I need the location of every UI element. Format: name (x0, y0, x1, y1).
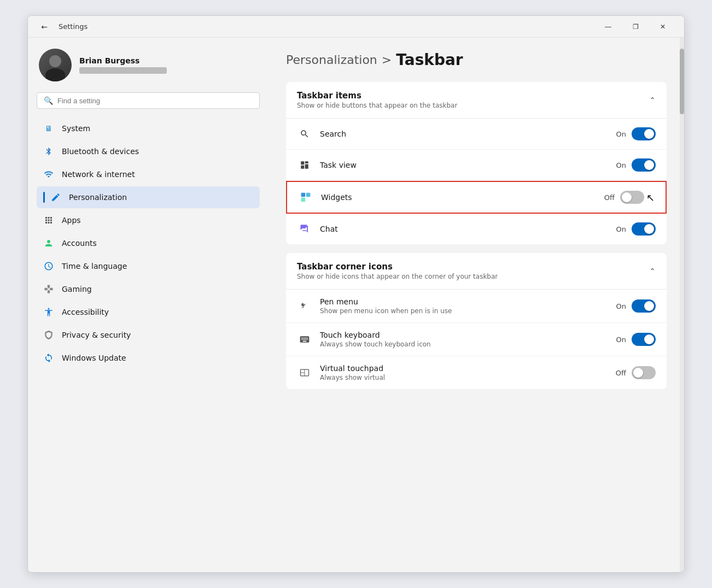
nav-label-accessibility: Accessibility (62, 308, 109, 316)
nav-gaming[interactable]: Gaming (37, 278, 260, 300)
search-input[interactable] (57, 97, 253, 105)
search-box[interactable]: 🔍 (37, 92, 260, 109)
scrollbar-thumb[interactable] (680, 49, 684, 114)
search-toggle[interactable] (632, 127, 656, 140)
accounts-icon (43, 238, 54, 249)
virtual-touchpad-icon (297, 365, 312, 380)
nav-time[interactable]: Time & language (37, 255, 260, 277)
widgets-toggle[interactable] (620, 191, 644, 204)
taskview-setting-row: Task view On (286, 150, 667, 181)
taskbar-corner-header-info: Taskbar corner icons Show or hide icons … (297, 262, 498, 280)
pen-menu-status: On (616, 302, 626, 310)
widgets-label: Widgets (321, 193, 604, 202)
taskbar-corner-chevron: ⌃ (649, 267, 656, 275)
settings-window: ← Settings — ❐ ✕ Brian Burgess 🔍 (27, 15, 685, 573)
svg-rect-1 (305, 161, 308, 163)
sidebar: Brian Burgess 🔍 🖥 System Bluetooth & dev… (28, 38, 269, 572)
breadcrumb: Personalization > Taskbar (286, 51, 667, 69)
breadcrumb-parent: Personalization (286, 53, 377, 67)
taskbar-corner-section: Taskbar corner icons Show or hide icons … (286, 253, 667, 389)
nav-accounts[interactable]: Accounts (37, 232, 260, 254)
search-status: On (616, 130, 626, 138)
window-controls: — ❐ ✕ (596, 18, 675, 36)
close-button[interactable]: ✕ (650, 18, 675, 36)
update-icon (43, 352, 54, 363)
back-button[interactable]: ← (37, 19, 52, 34)
nav-personalization[interactable]: Personalization (37, 186, 260, 208)
nav-label-update: Windows Update (62, 354, 126, 362)
taskbar-items-chevron: ⌃ (649, 96, 656, 104)
virtual-touchpad-label-wrap: Virtual touchpad Always show virtual (320, 364, 616, 381)
main-panel: Personalization > Taskbar Taskbar items … (269, 38, 684, 411)
search-label: Search (320, 130, 616, 138)
taskbar-items-section: Taskbar items Show or hide buttons that … (286, 82, 667, 244)
nav-label-accounts: Accounts (62, 239, 97, 248)
taskbar-corner-header[interactable]: Taskbar corner icons Show or hide icons … (286, 253, 667, 290)
touch-keyboard-label-wrap: Touch keyboard Always show touch keyboar… (320, 331, 616, 348)
nav-bluetooth[interactable]: Bluetooth & devices (37, 140, 260, 162)
chat-label: Chat (320, 225, 616, 233)
nav-privacy[interactable]: Privacy & security (37, 324, 260, 346)
cursor-indicator: ↖ (646, 192, 655, 203)
pen-menu-toggle[interactable] (632, 299, 656, 313)
maximize-button[interactable]: ❐ (623, 18, 648, 36)
chat-status: On (616, 225, 626, 233)
nav-label-personalization: Personalization (69, 193, 127, 202)
taskview-toggle[interactable] (632, 158, 656, 172)
virtual-touchpad-toggle[interactable] (632, 366, 656, 379)
main-wrapper: Personalization > Taskbar Taskbar items … (269, 38, 684, 572)
svg-rect-2 (301, 166, 304, 169)
taskbar-items-header[interactable]: Taskbar items Show or hide buttons that … (286, 82, 667, 119)
taskbar-items-header-info: Taskbar items Show or hide buttons that … (297, 91, 457, 109)
nav-network[interactable]: Network & internet (37, 163, 260, 185)
search-setting-row: Search On (286, 119, 667, 150)
touch-keyboard-row: Touch keyboard Always show touch keyboar… (286, 323, 667, 356)
bluetooth-icon (43, 146, 54, 157)
touch-keyboard-sublabel: Always show touch keyboard icon (320, 340, 616, 348)
nav-apps[interactable]: Apps (37, 209, 260, 231)
privacy-icon (43, 330, 54, 340)
minimize-button[interactable]: — (596, 18, 621, 36)
virtual-touchpad-status: Off (616, 369, 626, 377)
pen-menu-icon (297, 298, 312, 314)
nav-label-network: Network & internet (62, 170, 135, 179)
chat-toggle[interactable] (632, 222, 656, 236)
svg-rect-6 (301, 198, 306, 202)
search-row-icon (297, 126, 312, 142)
taskview-row-icon (297, 157, 312, 173)
touch-keyboard-label: Touch keyboard (320, 331, 616, 339)
nav-update[interactable]: Windows Update (37, 347, 260, 369)
nav-label-apps: Apps (62, 216, 81, 225)
pen-menu-sublabel: Show pen menu icon when pen is in use (320, 307, 616, 315)
nav-label-gaming: Gaming (62, 285, 92, 293)
touch-keyboard-toggle[interactable] (632, 333, 656, 346)
virtual-touchpad-sublabel: Always show virtual (320, 374, 616, 381)
breadcrumb-separator: > (382, 53, 392, 67)
taskbar-items-desc: Show or hide buttons that appear on the … (297, 102, 457, 109)
touch-keyboard-icon (297, 332, 312, 347)
chat-setting-row: Chat On (286, 214, 667, 244)
nav-label-system: System (62, 124, 90, 133)
gaming-icon (43, 284, 54, 295)
taskview-label: Task view (320, 161, 616, 169)
user-info: Brian Burgess (79, 56, 167, 74)
taskview-status: On (616, 161, 626, 169)
widgets-setting-row: Widgets Off ↖ (286, 181, 667, 214)
touch-keyboard-status: On (616, 336, 626, 344)
time-icon (43, 261, 54, 272)
taskbar-corner-title: Taskbar corner icons (297, 262, 498, 272)
apps-icon (43, 215, 54, 226)
breadcrumb-current: Taskbar (396, 51, 463, 69)
scrollbar-track[interactable] (680, 38, 684, 572)
nav-accessibility[interactable]: Accessibility (37, 301, 260, 323)
virtual-touchpad-label: Virtual touchpad (320, 364, 616, 373)
main-content: Brian Burgess 🔍 🖥 System Bluetooth & dev… (28, 38, 684, 572)
pen-menu-row: Pen menu Show pen menu icon when pen is … (286, 290, 667, 323)
window-title: Settings (59, 22, 87, 31)
user-section: Brian Burgess (37, 49, 260, 81)
svg-rect-0 (301, 161, 304, 164)
nav-system[interactable]: 🖥 System (37, 117, 260, 139)
titlebar: ← Settings — ❐ ✕ (28, 16, 684, 38)
user-email (79, 67, 167, 74)
svg-rect-5 (306, 193, 311, 197)
